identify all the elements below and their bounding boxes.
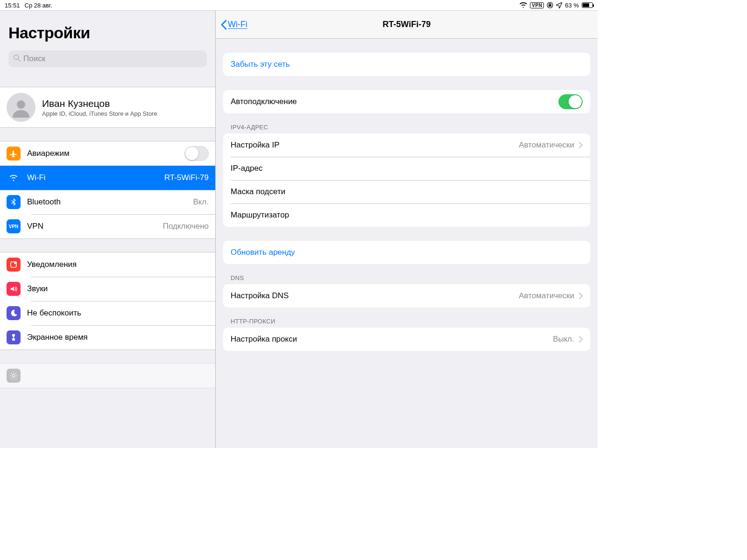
- sidebar-item-bluetooth[interactable]: Bluetooth Вкл.: [0, 190, 215, 214]
- forget-network-button[interactable]: Забыть эту сеть: [223, 53, 590, 76]
- row-label: IP-адрес: [231, 164, 583, 173]
- chevron-right-icon: [579, 336, 583, 343]
- notifications-icon: [7, 258, 21, 272]
- svg-point-5: [14, 261, 17, 264]
- vpn-indicator: VPN: [530, 2, 544, 8]
- ip-address-row: IP-адрес: [223, 157, 590, 180]
- location-icon: [556, 2, 562, 8]
- rotation-lock-icon: [547, 2, 553, 8]
- detail-pane: Wi-Fi RT-5WiFi-79 Забыть эту сеть Автопо…: [216, 11, 598, 448]
- screentime-icon: [7, 330, 21, 344]
- battery-icon: [582, 2, 593, 8]
- account-sub: Apple ID, iCloud, iTunes Store и App Sto…: [42, 110, 157, 117]
- sidebar-item-label: Wi-Fi: [27, 173, 158, 182]
- vpn-icon: VPN: [7, 219, 21, 233]
- svg-point-3: [17, 100, 25, 109]
- status-time: 15:51: [5, 2, 20, 9]
- page-title: Настройки: [8, 24, 207, 42]
- sidebar-item-screentime[interactable]: Экранное время: [0, 325, 215, 350]
- detail-title: RT-5WiFi-79: [216, 20, 598, 29]
- sidebar-item-appleid[interactable]: Иван Кузнецов Apple ID, iCloud, iTunes S…: [0, 87, 215, 127]
- sidebar-item-label: VPN: [27, 222, 156, 231]
- sidebar-item-dnd[interactable]: Не беспокоить: [0, 301, 215, 325]
- status-bar: 15:51 Ср 28 авг. VPN 63 %: [0, 0, 598, 10]
- airplane-icon: [7, 147, 21, 161]
- chevron-right-icon: [579, 142, 583, 148]
- back-button[interactable]: Wi-Fi: [216, 20, 247, 30]
- configure-dns-row[interactable]: Настройка DNS Автоматически: [223, 284, 590, 308]
- section-header-dns: DNS: [216, 264, 598, 284]
- gear-icon: [7, 369, 21, 383]
- row-label: Настройка прокси: [231, 335, 548, 344]
- sidebar-item-sounds[interactable]: Звуки: [0, 277, 215, 301]
- sidebar-item-airplane[interactable]: Авиарежим: [0, 141, 215, 166]
- sidebar-item-vpn[interactable]: VPN VPN Подключено: [0, 214, 215, 238]
- sidebar-item-label: Авиарежим: [27, 149, 178, 158]
- search-field[interactable]: [8, 50, 207, 67]
- sidebar-item-label: Уведомления: [27, 260, 209, 269]
- search-input[interactable]: [23, 54, 202, 63]
- row-value: Автоматически: [519, 140, 574, 150]
- bluetooth-icon: [7, 195, 21, 209]
- router-row: Маршрутизатор: [223, 203, 590, 227]
- row-label: Маршрутизатор: [231, 210, 583, 220]
- sidebar-item-value: RT-5WiFi-79: [164, 173, 209, 182]
- sidebar-item-wifi[interactable]: Wi-Fi RT-5WiFi-79: [0, 166, 215, 190]
- sidebar-item-label: Bluetooth: [27, 197, 186, 207]
- detail-navbar: Wi-Fi RT-5WiFi-79: [216, 11, 598, 39]
- sidebar-item-value: Подключено: [163, 222, 209, 231]
- row-label: Настройка DNS: [231, 291, 514, 301]
- row-label: Настройка IP: [231, 140, 514, 150]
- renew-lease-button[interactable]: Обновить аренду: [223, 241, 590, 264]
- airplane-toggle[interactable]: [184, 146, 209, 161]
- row-value: Автоматически: [519, 291, 574, 301]
- wifi-icon: [7, 171, 21, 185]
- chevron-right-icon: [579, 293, 583, 299]
- autojoin-toggle[interactable]: [558, 94, 583, 109]
- sidebar-item-label: Экранное время: [27, 333, 209, 342]
- status-date: Ср 28 авг.: [25, 2, 52, 9]
- account-name: Иван Кузнецов: [42, 98, 157, 109]
- svg-line-2: [18, 59, 21, 62]
- sidebar-item-label: Звуки: [27, 284, 209, 294]
- sidebar-item-general[interactable]: [0, 364, 215, 388]
- sidebar-item-value: Вкл.: [193, 197, 209, 207]
- avatar-icon: [7, 93, 35, 122]
- search-icon: [13, 54, 21, 63]
- wifi-icon: [520, 2, 527, 8]
- battery-pct: 63 %: [565, 2, 579, 9]
- subnet-row: Маска подсети: [223, 180, 590, 203]
- row-label: Обновить аренду: [231, 248, 583, 257]
- svg-point-6: [12, 374, 15, 377]
- chevron-left-icon: [220, 20, 227, 30]
- configure-ip-row[interactable]: Настройка IP Автоматически: [223, 133, 590, 157]
- settings-sidebar: Настройки Иван Кузнецов Apple ID, iCloud: [0, 11, 216, 448]
- autojoin-row: Автоподключение: [223, 90, 590, 113]
- row-label: Забыть эту сеть: [231, 60, 583, 69]
- back-label: Wi-Fi: [228, 20, 247, 29]
- sounds-icon: [7, 282, 21, 296]
- sidebar-item-label: Не беспокоить: [27, 308, 209, 318]
- dnd-icon: [7, 306, 21, 320]
- row-label: Маска подсети: [231, 187, 583, 196]
- row-value: Выкл.: [553, 335, 574, 344]
- configure-proxy-row[interactable]: Настройка прокси Выкл.: [223, 328, 590, 351]
- section-header-proxy: HTTP-ПРОКСИ: [216, 308, 598, 328]
- sidebar-item-notifications[interactable]: Уведомления: [0, 252, 215, 277]
- section-header-ipv4: IPV4-АДРЕС: [216, 113, 598, 133]
- row-label: Автоподключение: [231, 97, 554, 106]
